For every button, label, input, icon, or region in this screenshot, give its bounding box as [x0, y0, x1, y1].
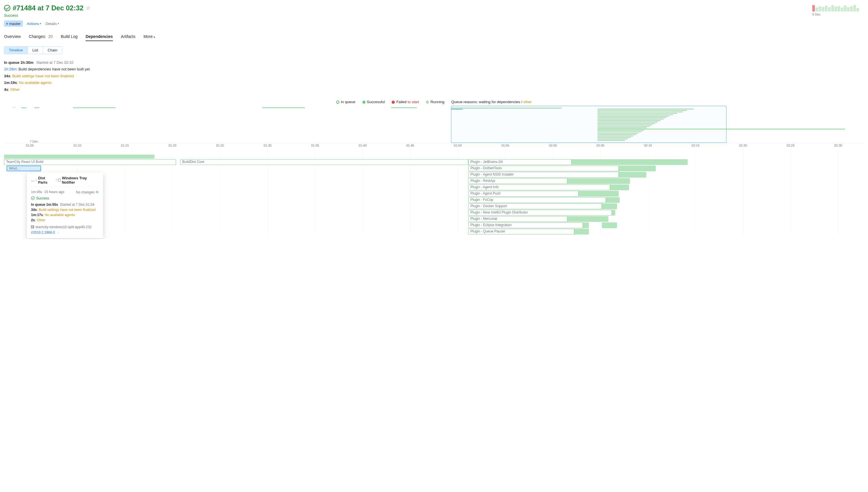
- build-tooltip: … / Dist Parts / Windows Tray Notifier 1…: [27, 172, 103, 238]
- timeline-legend: In queue Successful Failed to start Runn…: [4, 100, 864, 104]
- build-title-text: #71484 at 7 Dec 02:32: [12, 4, 83, 12]
- view-list[interactable]: List: [28, 47, 43, 54]
- chevron-down-icon: ▾: [40, 22, 41, 25]
- dependency-view-toggle: Timeline List Chain: [4, 46, 62, 54]
- queue-reason-duration: 4s: [4, 88, 8, 92]
- queue-started-at: Started at 7 Dec 02:32: [36, 60, 74, 65]
- gantt-bar[interactable]: Plugin - Agent-Info: [468, 184, 610, 190]
- dependency-gantt[interactable]: TeamCity React UI Build BuildDist Core P…: [4, 153, 864, 235]
- details-menu[interactable]: Details ▾: [45, 22, 59, 26]
- queue-reason-duration[interactable]: 1h:28m: [4, 67, 16, 71]
- view-chain[interactable]: Chain: [43, 47, 62, 54]
- tooltip-agent: teamcity-windows10-split-app40-232: [31, 225, 99, 229]
- stop-icon: [58, 179, 61, 181]
- tab-more[interactable]: More ▾: [143, 34, 155, 41]
- queue-summary: In queue 1h:30m Started at 7 Dec 02:32 1…: [4, 59, 864, 93]
- queue-reason-duration: 34s: [4, 74, 10, 78]
- chevron-down-icon: ▾: [154, 35, 155, 39]
- gantt-bar[interactable]: Plugin - FxCop: [468, 197, 606, 203]
- gantt-bar-selected[interactable]: Wind…: [7, 166, 41, 171]
- tab-build-log[interactable]: Build Log: [61, 34, 78, 41]
- chevron-down-icon: ▾: [58, 22, 59, 25]
- build-status: Success: [4, 13, 90, 18]
- tab-overview[interactable]: Overview: [4, 34, 21, 41]
- success-check-icon: [4, 5, 10, 11]
- page-title: #71484 at 7 Dec 02:32 ☆: [4, 4, 90, 12]
- gantt-header-bar: [4, 155, 155, 158]
- gantt-bar[interactable]: TeamCity React UI Build: [4, 159, 176, 165]
- gantt-bar[interactable]: Plugin - RestApi: [468, 178, 567, 184]
- gantt-bar[interactable]: Plugin - Agent Push: [468, 191, 578, 197]
- branch-badge[interactable]: ν master: [4, 20, 23, 27]
- actions-menu[interactable]: Actions ▾: [27, 22, 42, 26]
- sparkline-date-label: 5 Dec: [812, 13, 864, 16]
- build-tabs: Overview Changes: 20 Build Log Dependenc…: [4, 34, 864, 41]
- gantt-bar[interactable]: Plugin - JetBrains.Git: [468, 159, 571, 165]
- tab-artifacts[interactable]: Artifacts: [121, 34, 135, 41]
- windows-icon: [31, 225, 34, 228]
- build-history-sparkline[interactable]: 5 Dec: [812, 4, 864, 20]
- gantt-bar[interactable]: Plugin - Agent NSIS Installer: [468, 172, 619, 178]
- branch-name: master: [9, 22, 21, 26]
- tooltip-breadcrumb: … / Dist Parts / Windows Tray Notifier: [31, 176, 99, 184]
- timeline-overview[interactable]: —: [4, 106, 864, 143]
- gantt-bar[interactable]: Plugin - DotNetTools: [468, 166, 619, 171]
- legend-running-icon: [426, 101, 429, 104]
- tooltip-build-number[interactable]: #2019.2.2866.0: [31, 230, 55, 235]
- queue-reason-text: Build settings have not been finalized: [12, 74, 74, 78]
- favorite-star-icon[interactable]: ☆: [57, 230, 60, 235]
- favorite-star-icon[interactable]: ☆: [86, 5, 90, 11]
- gantt-bar[interactable]: Plugin - Eclipse-Integration: [468, 222, 583, 228]
- queue-reason-text: Other: [10, 88, 20, 92]
- legend-success-icon: [362, 101, 366, 104]
- gantt-bar[interactable]: BuildDist Core: [180, 159, 468, 165]
- legend-failed-icon: [392, 101, 395, 104]
- queue-reason-text: No available agents: [19, 80, 52, 85]
- tab-changes[interactable]: Changes: 20: [29, 34, 53, 41]
- tab-dependencies[interactable]: Dependencies: [85, 34, 113, 41]
- layers-icon[interactable]: ≋: [95, 189, 99, 194]
- branch-icon: ν: [6, 21, 8, 26]
- view-timeline[interactable]: Timeline: [4, 47, 28, 54]
- tooltip-status: Success: [31, 196, 99, 200]
- queue-reason-text: Build dependencies have not been built y…: [19, 67, 90, 71]
- queue-reason-duration: 1m:19s: [4, 80, 17, 85]
- gantt-bar[interactable]: Plugin - Docker Support: [468, 203, 602, 209]
- time-axis: 7 Dec 01:0501:1001:1501:2001:2501:3001:3…: [4, 144, 864, 153]
- gantt-bar[interactable]: Plugin - Mercurial: [468, 216, 567, 222]
- gantt-bar[interactable]: Plugin - Queue Pauser: [468, 229, 574, 235]
- success-check-icon: [31, 196, 35, 200]
- legend-queue-icon: [336, 101, 339, 104]
- gantt-bar[interactable]: Plugin - New IntelliJ Plugin Distributor: [468, 210, 612, 216]
